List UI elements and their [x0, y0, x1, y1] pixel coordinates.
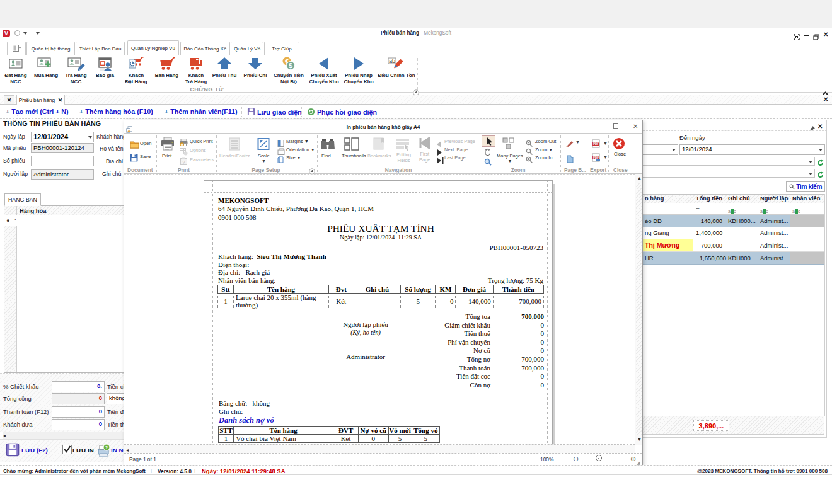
svg-text:a: a — [728, 209, 731, 214]
svg-text:?: ? — [183, 160, 185, 164]
svg-text:a: a — [760, 209, 763, 214]
svg-text:c: c — [798, 209, 800, 214]
svg-text:$: $ — [289, 62, 292, 69]
svg-text:c: c — [734, 209, 736, 214]
svg-text:ab: ab — [389, 58, 395, 64]
svg-text:PDF: PDF — [593, 142, 599, 146]
svg-text:?: ? — [105, 445, 108, 450]
svg-text:a: a — [792, 209, 795, 214]
svg-text:c: c — [766, 209, 768, 214]
